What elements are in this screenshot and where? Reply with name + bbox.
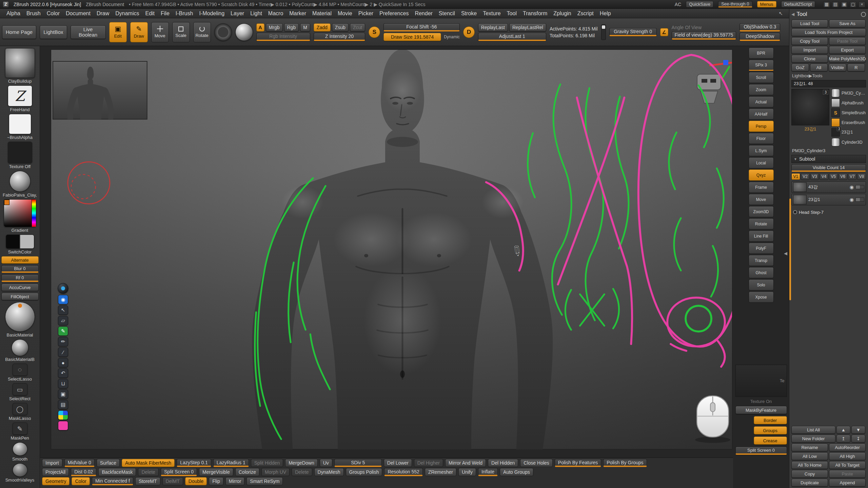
- cursor-icon[interactable]: ↖: [58, 305, 68, 315]
- menu-item[interactable]: Edit: [142, 9, 158, 18]
- tool-slot[interactable]: PM3D_Cylinder3: [831, 89, 866, 97]
- brush-slot[interactable]: FabioPaiva_Clay,: [1, 171, 39, 198]
- bottom-tray-button[interactable]: Uv: [320, 459, 332, 467]
- window-icon[interactable]: ▣: [841, 1, 848, 7]
- subtool-button[interactable]: Paste: [829, 470, 866, 478]
- bottom-tray-button[interactable]: Smart ReSym: [246, 477, 283, 485]
- right-shelf-button[interactable]: Line Fill: [749, 230, 774, 242]
- gravity-knob[interactable]: [602, 25, 605, 29]
- brush-slot[interactable]: ClayBuildup: [1, 48, 39, 84]
- menu-item[interactable]: Brush: [23, 9, 44, 18]
- texture-preview[interactable]: Te: [735, 365, 787, 397]
- bottom-tray-button[interactable]: ProjectAll: [42, 468, 69, 476]
- subtool-button[interactable]: Append: [829, 479, 866, 487]
- menu-item[interactable]: I-Modeling: [196, 9, 228, 18]
- active-color-swatch[interactable]: [58, 421, 68, 430]
- draw-button[interactable]: ✎Draw: [130, 22, 148, 42]
- subtool-button[interactable]: New Folder: [791, 435, 835, 443]
- field-of-view-slider[interactable]: Field of view(deg) 39.59775: [672, 32, 736, 40]
- menu-item[interactable]: Texture: [480, 9, 504, 18]
- adjust-last-slider[interactable]: AdjustLast 1: [478, 33, 546, 41]
- tool-slot[interactable]: AlphaBrush: [831, 99, 866, 107]
- right-shelf-button[interactable]: Xpose: [749, 291, 774, 303]
- subtool-button[interactable]: ▲: [836, 426, 850, 434]
- brush-slot[interactable]: FreeHand: [1, 85, 39, 112]
- right-shelf-button[interactable]: Move: [749, 194, 774, 205]
- subtool-item[interactable]: Head Step-7 ◉: [791, 206, 866, 218]
- menu-item[interactable]: Preferences: [376, 9, 412, 18]
- right-shelf-button[interactable]: AAHalf: [749, 108, 774, 120]
- tool-panel-button[interactable]: Load Tools From Project: [791, 28, 866, 36]
- bottom-tray-button[interactable]: Polish By Groups: [603, 459, 647, 467]
- bottom-tray-button[interactable]: Del Higher: [414, 459, 443, 467]
- tray-control[interactable]: Alternate: [1, 256, 39, 264]
- subtool-button[interactable]: ↧: [851, 435, 865, 443]
- right-shelf-button[interactable]: Local: [749, 157, 774, 168]
- bottom-tray-button[interactable]: LazyRadius 1: [213, 459, 249, 467]
- subtool-button[interactable]: Duplicate: [791, 479, 828, 487]
- bottom-tray-button[interactable]: SDiv 5: [334, 459, 382, 467]
- tray-arrow-icon[interactable]: ↖: [776, 11, 786, 17]
- menu-item[interactable]: Document: [63, 9, 94, 18]
- right-shelf-button[interactable]: PolyF: [749, 243, 774, 254]
- panel-scrollbar[interactable]: [789, 199, 791, 300]
- default-zscript-button[interactable]: DefaultZScript: [781, 1, 815, 7]
- paint-toggle-icon[interactable]: [855, 198, 864, 202]
- bottom-tray-button[interactable]: Colorize: [235, 468, 259, 476]
- bottom-tray-button[interactable]: Polish By Features: [555, 459, 601, 467]
- right-shelf-button[interactable]: Floor: [749, 133, 774, 144]
- bottom-tray-button[interactable]: MergeVisible: [199, 468, 233, 476]
- menus-button[interactable]: Menus: [757, 1, 776, 7]
- tray-control[interactable]: Blur 0: [1, 265, 39, 273]
- z-intensity-slider[interactable]: Z Intensity 20: [314, 33, 365, 41]
- bottom-tray-button[interactable]: Close Holes: [520, 459, 552, 467]
- bottom-tray-button[interactable]: MergeDown: [285, 459, 317, 467]
- tool-panel-button[interactable]: GoZ: [791, 64, 809, 72]
- menu-item[interactable]: Zplugin: [550, 9, 574, 18]
- brush-slot[interactable]: SwitchColor: [1, 235, 39, 255]
- tool-slot[interactable]: Cylinder3D: [831, 138, 866, 146]
- right-shelf-button[interactable]: Zoom: [749, 84, 774, 95]
- bottom-tray-button[interactable]: Dist 0.02: [71, 468, 96, 476]
- right-shelf-button[interactable]: Ghost: [749, 267, 774, 278]
- palette-icon[interactable]: [58, 410, 68, 420]
- subtool-button[interactable]: ↥: [836, 435, 850, 443]
- notes-icon[interactable]: ▤: [58, 400, 68, 409]
- trash-icon[interactable]: ⊔: [58, 379, 68, 388]
- document-thumbnail[interactable]: [53, 61, 147, 130]
- bottom-tray-button[interactable]: Del Hidden: [488, 459, 518, 467]
- eraser-icon[interactable]: ▱: [58, 316, 68, 325]
- right-shelf-button[interactable]: Persp: [749, 121, 774, 132]
- tool-panel-button[interactable]: Make PolyMesh3D: [829, 55, 866, 63]
- bottom-tray-button[interactable]: DynaMesh: [314, 468, 344, 476]
- move-button[interactable]: Move: [151, 22, 169, 42]
- bottom-tray-button[interactable]: Delete: [138, 468, 158, 476]
- tool-panel-button[interactable]: Export: [829, 46, 866, 54]
- panel-collapse-arrow[interactable]: ◀: [784, 251, 787, 256]
- menu-item[interactable]: Stroke: [458, 9, 480, 18]
- palette-circle-icon[interactable]: [861, 12, 866, 17]
- subtool-button[interactable]: All To Home: [791, 461, 828, 469]
- bottom-tray-button[interactable]: Double: [185, 477, 207, 485]
- menu-item[interactable]: Draw: [94, 9, 112, 18]
- window-icon[interactable]: ×: [859, 1, 865, 7]
- bottom-tray-button[interactable]: Inflate: [478, 468, 498, 476]
- subtool-version-tab[interactable]: V7: [848, 173, 857, 180]
- brush-slot[interactable]: SmoothValleys: [1, 463, 39, 483]
- bottom-tray-button[interactable]: Surface: [97, 459, 120, 467]
- right-shelf-button[interactable]: Zoom3D: [749, 206, 774, 217]
- menu-item[interactable]: Light: [247, 9, 265, 18]
- menu-item[interactable]: Macro: [265, 9, 286, 18]
- bottom-tray-button[interactable]: LazyStep 0.1: [177, 459, 211, 467]
- pen-icon[interactable]: ✎: [58, 326, 68, 336]
- replay-last-button[interactable]: ReplayLast: [478, 23, 508, 32]
- bottom-tray-button[interactable]: Color: [72, 477, 90, 485]
- subtool-version-tab[interactable]: V4: [820, 173, 828, 180]
- subtool-button[interactable]: List All: [791, 426, 835, 434]
- eye-icon[interactable]: ◉: [850, 184, 854, 190]
- tool-slot[interactable]: EraserBrush: [831, 118, 866, 127]
- lightbox-path-label[interactable]: Lightbox▶Tools: [791, 73, 866, 79]
- dock-button[interactable]: MaskByFeature: [735, 406, 787, 414]
- bottom-tray-button[interactable]: MidValue 0: [64, 459, 95, 467]
- bottom-tray-button[interactable]: Flip: [209, 477, 223, 485]
